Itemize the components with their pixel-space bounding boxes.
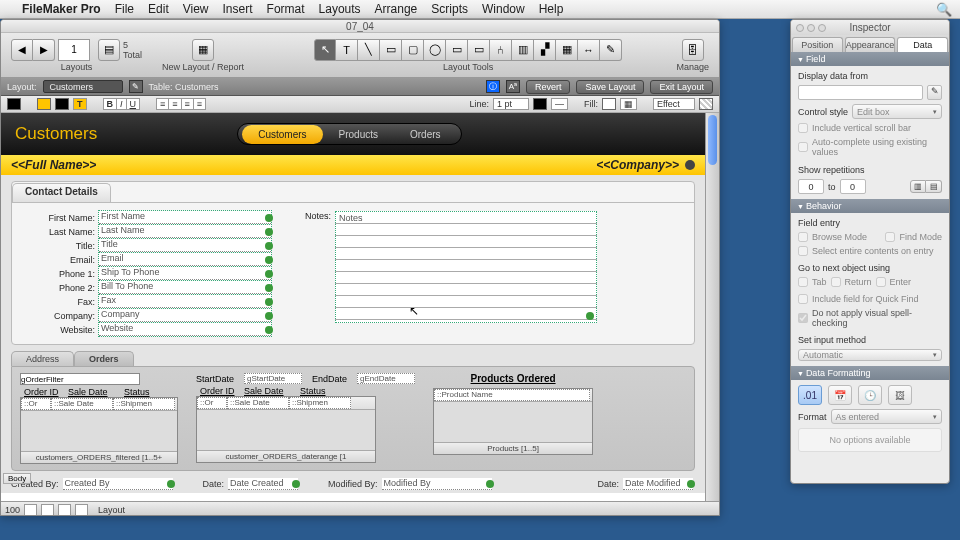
menu-arrange[interactable]: Arrange: [375, 2, 418, 16]
manage-icon[interactable]: 🗄: [682, 39, 704, 61]
pointer-tool-icon[interactable]: ↖: [314, 39, 336, 61]
spotlight-icon[interactable]: 🔍: [936, 2, 952, 17]
menu-insert[interactable]: Insert: [223, 2, 253, 16]
section-behavior[interactable]: Behavior: [791, 199, 949, 213]
modifiedby-field[interactable]: Modified By: [382, 478, 492, 490]
effect-swatch[interactable]: [699, 98, 713, 110]
fmt-graphic-icon[interactable]: 🖼: [888, 385, 912, 405]
layout-selector[interactable]: Customers: [43, 80, 123, 93]
line-tool-icon[interactable]: ╲: [358, 39, 380, 61]
orders-subtab[interactable]: Orders: [74, 351, 134, 366]
spellcheck-checkbox[interactable]: Do not apply visual spell-checking: [798, 308, 942, 328]
zoom-out-icon[interactable]: [24, 504, 37, 516]
new-layout-icon[interactable]: ▦: [192, 39, 214, 61]
find-checkbox[interactable]: Find Mode: [885, 232, 942, 242]
lastname-field[interactable]: Last Name: [99, 225, 271, 238]
format-select[interactable]: As entered: [831, 409, 942, 424]
input-method-select[interactable]: Automatic: [798, 349, 942, 361]
fax-field[interactable]: Fax: [99, 295, 271, 308]
bold-button[interactable]: B: [103, 98, 118, 110]
nav-dot-icon[interactable]: [685, 160, 695, 170]
line-weight[interactable]: 1 pt: [493, 98, 529, 110]
control-style-select[interactable]: Edit box: [852, 104, 942, 119]
underline-button[interactable]: U: [127, 98, 141, 110]
inspector-tab-appearance[interactable]: Appearance: [845, 37, 896, 52]
align-left-button[interactable]: ≡: [156, 98, 169, 110]
fmt-number-icon[interactable]: .01: [798, 385, 822, 405]
exit-layout-button[interactable]: Exit Layout: [650, 80, 713, 94]
pencil-icon[interactable]: ✎: [129, 80, 143, 93]
oval-tool-icon[interactable]: ◯: [424, 39, 446, 61]
tab-tool-icon[interactable]: ⑃: [490, 39, 512, 61]
app-name[interactable]: FileMaker Pro: [22, 2, 101, 16]
portal-tool-icon[interactable]: ▥: [512, 39, 534, 61]
return-checkbox[interactable]: Return: [831, 277, 872, 287]
menu-edit[interactable]: Edit: [148, 2, 169, 16]
rep-from-input[interactable]: 0: [798, 179, 824, 194]
text-color-swatch[interactable]: [7, 98, 21, 110]
zoom-in-icon[interactable]: [41, 504, 54, 516]
field-tool-icon[interactable]: ▭: [446, 39, 468, 61]
menu-layouts[interactable]: Layouts: [319, 2, 361, 16]
menu-help[interactable]: Help: [539, 2, 564, 16]
chart-tool-icon[interactable]: ▞: [534, 39, 556, 61]
record-nav[interactable]: ◀▶: [11, 39, 55, 61]
rect-tool-icon[interactable]: ▭: [380, 39, 402, 61]
firstname-field[interactable]: First Name: [99, 211, 271, 224]
email-field[interactable]: Email: [99, 253, 271, 266]
tab-products[interactable]: Products: [323, 129, 394, 140]
part-tool-icon[interactable]: ↔: [578, 39, 600, 61]
align-justify-button[interactable]: ≡: [194, 98, 206, 110]
autocomplete-checkbox[interactable]: Auto-complete using existing values: [798, 137, 942, 157]
italic-button[interactable]: I: [117, 98, 127, 110]
tab-customers[interactable]: Customers: [242, 125, 322, 144]
tool1-icon[interactable]: [58, 504, 71, 516]
line-color-swatch[interactable]: [533, 98, 547, 110]
line-style[interactable]: —: [551, 98, 568, 110]
menu-file[interactable]: File: [115, 2, 134, 16]
select-entire-checkbox[interactable]: Select entire contents on entry: [798, 246, 942, 256]
revert-button[interactable]: Revert: [526, 80, 571, 94]
section-formatting[interactable]: Data Formatting: [791, 366, 949, 380]
record-number[interactable]: 1: [58, 39, 90, 61]
tab-orders[interactable]: Orders: [394, 129, 457, 140]
menu-window[interactable]: Window: [482, 2, 525, 16]
pencil-icon[interactable]: ✎: [927, 85, 942, 100]
menu-scripts[interactable]: Scripts: [431, 2, 468, 16]
fill-swatch-2[interactable]: [55, 98, 69, 110]
phone1-field[interactable]: Ship To Phone: [99, 267, 271, 280]
datemodified-field[interactable]: Date Modified: [623, 478, 693, 490]
body-part-label[interactable]: Body: [3, 473, 31, 484]
gstartdate-field[interactable]: gStartDate: [244, 373, 302, 384]
contact-details-tab[interactable]: Contact Details: [12, 183, 111, 202]
tab-checkbox[interactable]: Tab: [798, 277, 827, 287]
format-painter-tool-icon[interactable]: ✎: [600, 39, 622, 61]
title-field[interactable]: Title: [99, 239, 271, 252]
enter-checkbox[interactable]: Enter: [876, 277, 912, 287]
address-subtab[interactable]: Address: [11, 351, 74, 366]
notes-field[interactable]: Notes: [335, 211, 597, 323]
align-right-button[interactable]: ≡: [182, 98, 194, 110]
fill-swatch-1[interactable]: [37, 98, 51, 110]
webviewer-tool-icon[interactable]: ▦: [556, 39, 578, 61]
scroll-checkbox[interactable]: Include vertical scroll bar: [798, 123, 942, 133]
phone2-field[interactable]: Bill To Phone: [99, 281, 271, 294]
createdby-field[interactable]: Created By: [63, 478, 173, 490]
display-from-input[interactable]: [798, 85, 923, 100]
tool2-icon[interactable]: [75, 504, 88, 516]
layout-list-icon[interactable]: ▤: [98, 39, 120, 61]
datecreated-field[interactable]: Date Created: [228, 478, 298, 490]
rep-orientation[interactable]: ▥▤: [910, 180, 942, 193]
menu-view[interactable]: View: [183, 2, 209, 16]
rep-to-input[interactable]: 0: [840, 179, 866, 194]
text-tool-icon[interactable]: T: [336, 39, 358, 61]
browse-checkbox[interactable]: Browse Mode: [798, 232, 867, 242]
inspector-tab-data[interactable]: Data: [897, 37, 948, 52]
gorderfilter-field[interactable]: [20, 373, 140, 385]
company-field[interactable]: Company: [99, 309, 271, 322]
aa-icon[interactable]: Aª: [506, 80, 520, 93]
effect-select[interactable]: Effect: [653, 98, 695, 110]
vertical-scrollbar[interactable]: [705, 113, 719, 501]
section-field[interactable]: Field: [791, 52, 949, 66]
fill-color-swatch[interactable]: [602, 98, 616, 110]
